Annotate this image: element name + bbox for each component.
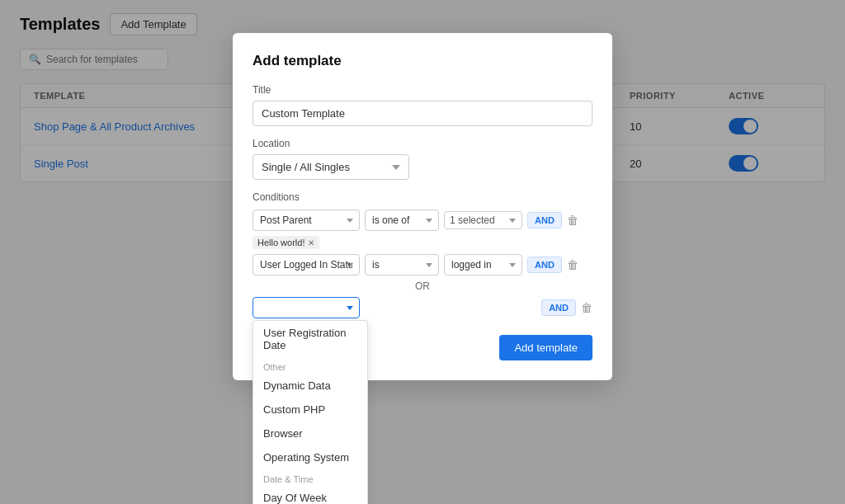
condition-dropdown-menu: User Registration Date Other Dynamic Dat… — [253, 320, 368, 504]
tag-pill: Hello world! ✕ — [253, 236, 319, 249]
condition-operator-2[interactable]: is — [365, 254, 439, 276]
condition-field-3[interactable] — [253, 297, 360, 318]
title-label: Title — [253, 84, 592, 96]
selected-count: 1 selected — [450, 214, 495, 226]
add-template-modal: Add template Title Location Single / All… — [233, 33, 612, 380]
and-button-3[interactable]: AND — [541, 299, 576, 316]
add-template-modal-button[interactable]: Add template — [499, 335, 592, 360]
conditions-section: Conditions Post Parent is one of 1 selec… — [253, 191, 592, 318]
location-select[interactable]: Single / All Singles — [253, 154, 409, 180]
modal-title: Add template — [253, 53, 592, 69]
dropdown-item-browser[interactable]: Browser — [253, 422, 367, 445]
modal-overlay: Add template Title Location Single / All… — [0, 0, 845, 504]
dropdown-section-other: Other — [253, 357, 367, 374]
conditions-label: Conditions — [253, 191, 592, 203]
condition-row-3: User Registration Date Other Dynamic Dat… — [253, 297, 592, 318]
condition-operator-1[interactable]: is one of — [365, 210, 439, 231]
tag-row: Hello world! ✕ — [253, 236, 592, 249]
condition-row-1: Post Parent is one of 1 selected AND 🗑 — [253, 210, 592, 231]
location-label: Location — [253, 138, 592, 149]
or-divider: OR — [253, 280, 592, 292]
condition-value-2[interactable]: logged in — [444, 254, 522, 276]
condition-row-2: User Logged In Status is logged in AND 🗑 — [253, 254, 592, 276]
trash-icon-3[interactable]: 🗑 — [581, 301, 592, 314]
trash-icon-1[interactable]: 🗑 — [567, 214, 578, 227]
condition-field-1[interactable]: Post Parent — [253, 210, 360, 231]
dropdown-item-custom-php[interactable]: Custom PHP — [253, 398, 367, 422]
condition-value-1[interactable]: 1 selected — [444, 211, 522, 229]
dropdown-section-datetime: Date & Time — [253, 469, 367, 486]
dropdown-item-dynamic-data[interactable]: Dynamic Data — [253, 374, 367, 398]
and-button-2[interactable]: AND — [527, 257, 562, 273]
tag-close-icon[interactable]: ✕ — [308, 238, 314, 247]
dropdown-item-user-reg-date[interactable]: User Registration Date — [253, 321, 367, 357]
dropdown-item-operating-system[interactable]: Operating System — [253, 445, 367, 469]
condition-field-2[interactable]: User Logged In Status — [253, 254, 360, 276]
trash-icon-2[interactable]: 🗑 — [567, 258, 578, 271]
title-input[interactable] — [253, 101, 592, 126]
and-button-1[interactable]: AND — [527, 212, 562, 228]
tag-label: Hello world! — [257, 238, 304, 247]
dropdown-item-day-of-week[interactable]: Day Of Week (WordPress) — [253, 486, 367, 504]
condition-field-3-container: User Registration Date Other Dynamic Dat… — [253, 297, 360, 318]
